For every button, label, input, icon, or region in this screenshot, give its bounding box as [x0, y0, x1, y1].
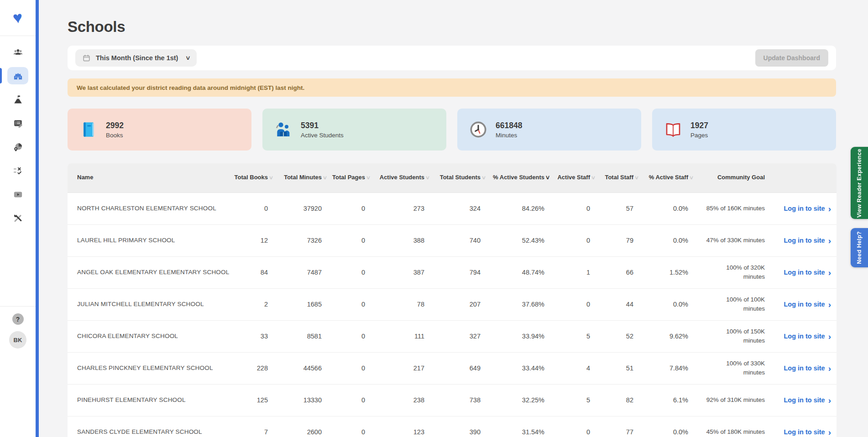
- sidebar-item-schools[interactable]: [7, 67, 28, 84]
- table-row: SANDERS CLYDE ELEMENTARY SCHOOL 7 2600 0…: [68, 416, 837, 437]
- sidebar-item-reports[interactable]: [7, 138, 28, 156]
- total-pages-cell: 0: [328, 416, 371, 437]
- schools-table: Name Total Books˅ Total Minutes˅ Total P…: [68, 163, 836, 437]
- chevron-right-icon: ›: [828, 204, 831, 213]
- sidebar-item-approvals[interactable]: [7, 162, 28, 179]
- table-row: PINEHURST ELEMENTARY SCHOOL 125 13330 0 …: [68, 384, 837, 416]
- sort-chevron-icon: ˅: [633, 174, 640, 181]
- sort-chevron-icon: ˅: [688, 174, 695, 181]
- open-book-icon: [664, 120, 682, 139]
- view-reader-experience-tab[interactable]: View Reader Experience: [851, 147, 868, 219]
- total-students-cell: 327: [431, 320, 487, 352]
- total-students-cell: 207: [431, 288, 487, 320]
- log-in-to-site-label: Log in to site: [784, 205, 825, 212]
- clock-icon: [469, 120, 487, 139]
- sidebar-divider: [0, 36, 36, 36]
- log-in-to-site-link[interactable]: Log in to site ›: [770, 396, 831, 405]
- need-help-label: Need Help?: [856, 231, 863, 264]
- user-avatar[interactable]: BK: [9, 331, 26, 349]
- stat-card-active-students: 5391 Active Students: [262, 109, 446, 151]
- stat-card-books: 2992 Books: [68, 109, 251, 151]
- total-pages-cell: 0: [328, 224, 371, 256]
- sidebar: ♥: [0, 0, 36, 437]
- col-header-total-students[interactable]: Total Students˅: [431, 163, 487, 192]
- col-header-total-pages[interactable]: Total Pages˅: [328, 163, 371, 192]
- table-header-row: Name Total Books˅ Total Minutes˅ Total P…: [68, 163, 837, 192]
- pct-active-students-cell: 52.43%: [487, 224, 551, 256]
- main-content: Schools This Month (Since the 1st) ˅ Upd…: [39, 18, 868, 437]
- log-in-to-site-link[interactable]: Log in to site ›: [770, 204, 831, 213]
- total-minutes-cell: 7326: [274, 224, 328, 256]
- table-row: CHARLES PINCKNEY ELEMENTARY SCHOOL 228 4…: [68, 352, 837, 384]
- community-goal: 100% of 100K minutes: [705, 295, 765, 313]
- col-header-total-books[interactable]: Total Books˅: [234, 163, 274, 192]
- sidebar-divider-bottom: [0, 306, 36, 307]
- col-header-active-staff[interactable]: Active Staff˅: [551, 163, 596, 192]
- need-help-tab[interactable]: Need Help?: [851, 228, 868, 267]
- stat-label-pages: Pages: [690, 132, 708, 139]
- update-dashboard-button[interactable]: Update Dashboard: [755, 49, 828, 67]
- sidebar-item-readers[interactable]: [7, 43, 28, 61]
- community-goal: 47% of 330K minutes: [705, 236, 765, 245]
- sidebar-item-videos[interactable]: [7, 186, 28, 203]
- total-students-cell: 649: [431, 352, 487, 384]
- pie-chart-pin-icon: [13, 142, 23, 152]
- date-range-dropdown[interactable]: This Month (Since the 1st) ˅: [75, 49, 197, 67]
- community-goal: 100% of 150K minutes: [705, 327, 765, 345]
- total-books-cell: 228: [234, 352, 274, 384]
- active-students-cell: 387: [371, 256, 431, 288]
- pct-active-staff-cell: 1.52%: [640, 256, 695, 288]
- log-in-to-site-link[interactable]: Log in to site ›: [770, 428, 831, 437]
- log-in-to-site-link[interactable]: Log in to site ›: [770, 268, 831, 277]
- total-students-cell: 324: [431, 192, 487, 224]
- school-building-icon: [13, 71, 23, 81]
- total-staff-cell: 66: [596, 256, 640, 288]
- help-button[interactable]: ?: [12, 313, 24, 325]
- col-header-active-students[interactable]: Active Students˅: [371, 163, 431, 192]
- total-pages-cell: 0: [328, 352, 371, 384]
- log-in-to-site-link[interactable]: Log in to site ›: [770, 236, 831, 245]
- log-in-to-site-label: Log in to site: [784, 333, 825, 340]
- notice-banner: We last calculated your district reading…: [68, 78, 836, 97]
- total-minutes-cell: 44566: [274, 352, 328, 384]
- sidebar-item-challenges[interactable]: [7, 91, 28, 108]
- col-header-pct-active-staff[interactable]: % Active Staff˅: [640, 163, 695, 192]
- log-in-to-site-label: Log in to site: [784, 364, 825, 372]
- filter-bar: This Month (Since the 1st) ˅ Update Dash…: [68, 46, 836, 70]
- active-staff-cell: 1: [551, 256, 596, 288]
- community-goal: 45% of 180K minutes: [705, 427, 765, 437]
- people-icon: [13, 47, 23, 57]
- col-header-total-minutes[interactable]: Total Minutes˅: [274, 163, 328, 192]
- total-books-cell: 7: [234, 416, 274, 437]
- col-header-pct-active-students[interactable]: % Active Students˅: [487, 163, 551, 192]
- school-name: CHARLES PINCKNEY ELEMENTARY SCHOOL: [68, 352, 234, 384]
- book-icon: [79, 120, 98, 139]
- stat-value-books: 2992: [106, 121, 124, 130]
- sidebar-item-reading-logs[interactable]: [7, 114, 28, 132]
- table-row: LAUREL HILL PRIMARY SCHOOL 12 7326 0 388…: [68, 224, 837, 256]
- active-students-cell: 388: [371, 224, 431, 256]
- avatar-initials: BK: [14, 337, 22, 343]
- stat-value-pages: 1927: [690, 121, 708, 130]
- total-books-cell: 84: [234, 256, 274, 288]
- sort-chevron-icon: ˅: [365, 174, 371, 181]
- sidebar-item-tools[interactable]: [7, 209, 28, 227]
- log-in-to-site-label: Log in to site: [784, 428, 825, 436]
- col-header-total-staff[interactable]: Total Staff˅: [596, 163, 640, 192]
- page-title: Schools: [68, 18, 836, 36]
- students-reading-icon: [274, 120, 293, 139]
- log-in-to-site-link[interactable]: Log in to site ›: [770, 300, 831, 309]
- table-row: NORTH CHARLESTON ELEMENTARY SCHOOL 0 379…: [68, 192, 837, 224]
- total-students-cell: 738: [431, 384, 487, 416]
- col-header-name: Name: [68, 163, 234, 192]
- total-students-cell: 740: [431, 224, 487, 256]
- app-logo[interactable]: ♥: [0, 0, 36, 36]
- total-students-cell: 390: [431, 416, 487, 437]
- log-in-to-site-link[interactable]: Log in to site ›: [770, 364, 831, 373]
- pct-active-students-cell: 31.54%: [487, 416, 551, 437]
- total-pages-cell: 0: [328, 384, 371, 416]
- active-students-cell: 78: [371, 288, 431, 320]
- stat-cards: 2992 Books 5391 Active Students: [68, 109, 836, 151]
- log-in-to-site-link[interactable]: Log in to site ›: [770, 332, 831, 341]
- community-goal: 85% of 160K minutes: [705, 204, 765, 213]
